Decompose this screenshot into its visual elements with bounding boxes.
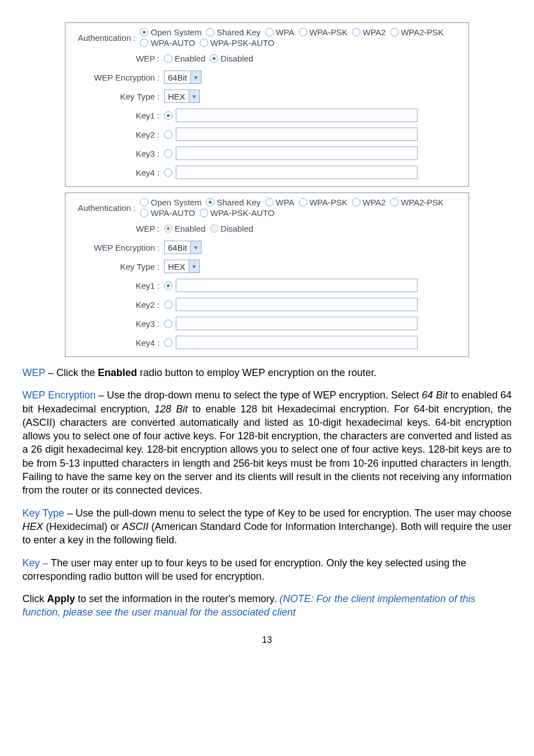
key1-label: Key1 : bbox=[71, 281, 164, 290]
authentication-label: Authentication : bbox=[71, 203, 140, 213]
auth-panel-open-system: Authentication : Open System Shared Key … bbox=[65, 22, 469, 187]
key4-label: Key4 : bbox=[71, 338, 164, 348]
wep-disabled bbox=[210, 224, 218, 233]
chevron-down-icon: ▾ bbox=[189, 260, 199, 273]
auth-wpa-psk[interactable] bbox=[299, 198, 307, 206]
key4-input[interactable] bbox=[176, 166, 418, 179]
key-type-select[interactable]: HEX ▾ bbox=[164, 90, 200, 103]
key4-radio[interactable] bbox=[164, 168, 172, 177]
auth-open-system[interactable] bbox=[140, 198, 148, 206]
wep-disabled[interactable] bbox=[210, 54, 218, 63]
key2-radio[interactable] bbox=[164, 300, 172, 309]
authentication-options: Open System Shared Key WPA WPA-PSK WPA2 … bbox=[140, 198, 463, 218]
key-type-label: Key Type : bbox=[71, 262, 164, 271]
wep-enabled[interactable] bbox=[164, 54, 172, 63]
auth-wpa2[interactable] bbox=[352, 198, 360, 206]
key1-label: Key1 : bbox=[71, 111, 164, 120]
chevron-down-icon: ▾ bbox=[189, 90, 199, 102]
wep-encryption-label: WEP Encryption : bbox=[71, 73, 164, 82]
auth-wpa[interactable] bbox=[265, 28, 274, 36]
key1-input[interactable] bbox=[176, 279, 418, 292]
wep-paragraph: WEP – Click the Enabled radio button to … bbox=[22, 366, 512, 379]
key1-radio[interactable] bbox=[164, 111, 172, 120]
key-type-label: Key Type : bbox=[71, 92, 164, 101]
key3-label: Key3 : bbox=[71, 149, 164, 158]
key3-input[interactable] bbox=[176, 147, 418, 160]
auth-wpa2-psk[interactable] bbox=[390, 28, 399, 36]
key-type-paragraph: Key Type – Use the pull-down menu to sel… bbox=[22, 506, 512, 547]
key1-radio[interactable] bbox=[164, 281, 172, 290]
chevron-down-icon: ▾ bbox=[190, 71, 201, 83]
key2-input[interactable] bbox=[176, 128, 418, 141]
auth-shared-key[interactable] bbox=[206, 28, 214, 36]
page-number: 13 bbox=[22, 635, 512, 645]
key1-input[interactable] bbox=[176, 109, 418, 122]
key2-radio[interactable] bbox=[164, 130, 172, 139]
key2-label: Key2 : bbox=[71, 300, 164, 309]
key-paragraph: Key – The user may enter up to four keys… bbox=[22, 556, 512, 584]
key4-radio[interactable] bbox=[164, 339, 172, 347]
key2-input[interactable] bbox=[176, 298, 418, 311]
auth-wpa-psk-auto[interactable] bbox=[200, 39, 208, 47]
key3-radio[interactable] bbox=[164, 149, 172, 158]
auth-wpa-psk[interactable] bbox=[299, 28, 307, 36]
authentication-label: Authentication : bbox=[71, 33, 140, 43]
key4-input[interactable] bbox=[176, 336, 418, 349]
auth-wpa-psk-auto[interactable] bbox=[200, 209, 208, 217]
auth-wpa-auto[interactable] bbox=[140, 209, 148, 217]
wep-enabled bbox=[164, 224, 172, 233]
key-type-select[interactable]: HEX ▾ bbox=[164, 260, 200, 273]
auth-wpa-auto[interactable] bbox=[140, 39, 148, 47]
auth-wpa[interactable] bbox=[265, 198, 274, 206]
key3-input[interactable] bbox=[176, 317, 418, 330]
wep-encryption-label: WEP Encryption : bbox=[71, 243, 164, 252]
auth-panel-shared-key: Authentication : Open System Shared Key … bbox=[65, 192, 469, 357]
authentication-options: Open System Shared Key WPA WPA-PSK WPA2 … bbox=[140, 27, 463, 48]
wep-encryption-paragraph: WEP Encryption – Use the drop-down menu … bbox=[22, 388, 512, 497]
auth-wpa2[interactable] bbox=[352, 28, 360, 36]
auth-shared-key[interactable] bbox=[206, 198, 214, 206]
wep-options: Enabled Disabled bbox=[164, 54, 253, 63]
auth-wpa2-psk[interactable] bbox=[390, 198, 399, 206]
key3-radio[interactable] bbox=[164, 320, 172, 328]
wep-encryption-select[interactable]: 64Bit ▾ bbox=[164, 241, 202, 254]
chevron-down-icon: ▾ bbox=[190, 241, 201, 253]
apply-paragraph: Click Apply to set the information in th… bbox=[22, 592, 512, 619]
key4-label: Key4 : bbox=[71, 168, 164, 177]
key2-label: Key2 : bbox=[71, 130, 164, 139]
wep-label: WEP : bbox=[71, 54, 164, 63]
wep-encryption-select[interactable]: 64Bit ▾ bbox=[164, 71, 202, 84]
wep-label: WEP : bbox=[71, 224, 164, 233]
auth-open-system[interactable] bbox=[140, 28, 148, 36]
key3-label: Key3 : bbox=[71, 319, 164, 328]
wep-options: Enabled Disabled bbox=[164, 224, 253, 233]
